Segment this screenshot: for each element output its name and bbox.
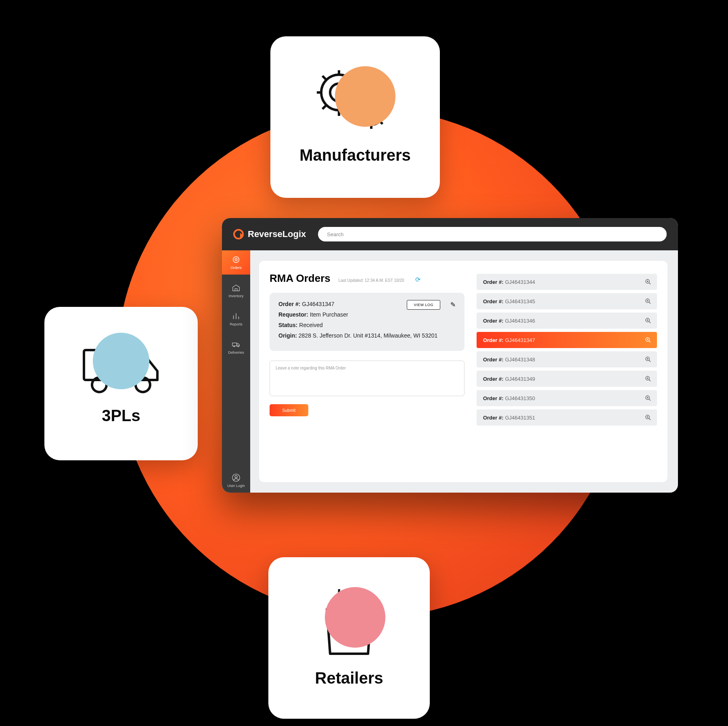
magnify-icon[interactable]: [645, 298, 651, 304]
order-row-label: Order #:: [483, 357, 504, 363]
order-row[interactable]: Order #: GJ46431350: [477, 390, 657, 406]
svg-line-47: [649, 360, 651, 362]
sidebar: Orders Inventory Reports Deliveries: [222, 250, 250, 493]
order-row-number: GJ46431349: [505, 376, 535, 382]
magnify-icon[interactable]: [645, 317, 651, 324]
svg-line-43: [649, 341, 651, 342]
last-updated: Last Updated: 12:34 A.M. EST 10/20: [339, 278, 404, 283]
brand-logo-icon: [233, 229, 244, 239]
refresh-icon[interactable]: ⟳: [415, 276, 420, 283]
status-label: Status:: [278, 322, 297, 328]
magnify-icon[interactable]: [645, 395, 651, 401]
note-placeholder: Leave a note regarding this RMA Order: [276, 366, 346, 370]
svg-line-35: [649, 302, 651, 304]
sidebar-item-reports[interactable]: Reports: [222, 307, 250, 331]
user-icon: [232, 473, 241, 482]
svg-line-51: [649, 380, 651, 381]
svg-point-24: [235, 258, 237, 261]
magnify-icon[interactable]: [645, 337, 651, 343]
card-accent-dot: [335, 66, 395, 127]
card-3pls: 3PLs: [44, 307, 198, 460]
card-accent-dot: [325, 587, 385, 648]
order-row-number: GJ46431351: [505, 415, 535, 421]
svg-line-39: [649, 321, 651, 323]
svg-line-9: [322, 76, 326, 80]
magnify-icon[interactable]: [645, 279, 651, 285]
order-row-label: Order #:: [483, 298, 504, 304]
inventory-icon: [232, 283, 241, 292]
sidebar-item-orders[interactable]: Orders: [222, 250, 250, 275]
requestor-value: Item Purchaser: [310, 311, 348, 318]
order-row[interactable]: Order #: GJ46431344: [477, 274, 657, 290]
order-value: GJ46431347: [302, 301, 334, 307]
svg-rect-25: [232, 343, 237, 346]
order-row[interactable]: Order #: GJ46431345: [477, 293, 657, 309]
search-placeholder: Search: [327, 231, 343, 237]
edit-icon[interactable]: ✎: [450, 301, 456, 308]
card-label: Retailers: [315, 669, 383, 687]
magnify-icon[interactable]: [645, 414, 651, 421]
sidebar-label: User Login: [227, 484, 245, 488]
order-row-label: Order #:: [483, 318, 504, 324]
origin-label: Origin:: [278, 332, 297, 339]
order-label: Order #:: [278, 301, 300, 307]
orders-icon: [232, 255, 241, 264]
status-value: Received: [299, 322, 322, 328]
order-row[interactable]: Order #: GJ46431348: [477, 351, 657, 367]
card-manufacturers: Manufacturers: [270, 36, 440, 198]
submit-button[interactable]: Submit: [270, 404, 308, 416]
brand-name: ReverseLogix: [248, 229, 306, 239]
card-accent-dot: [93, 333, 149, 389]
order-row-label: Order #:: [483, 279, 504, 285]
svg-point-26: [234, 346, 235, 347]
search-input[interactable]: Search: [318, 227, 667, 241]
order-row-label: Order #:: [483, 395, 504, 401]
order-row-label: Order #:: [483, 337, 504, 343]
card-retailers: Retailers: [268, 557, 430, 719]
magnify-icon[interactable]: [645, 356, 651, 363]
order-row-number: GJ46431348: [505, 357, 535, 363]
brand: ReverseLogix: [233, 229, 306, 239]
reports-icon: [232, 312, 241, 321]
app-window: ReverseLogix Search Orders Inventory Rep…: [222, 218, 678, 493]
card-label: Manufacturers: [299, 146, 411, 164]
magnify-icon[interactable]: [645, 376, 651, 382]
sidebar-label: Orders: [230, 266, 242, 270]
order-row-number: GJ46431344: [505, 279, 535, 285]
sidebar-label: Inventory: [228, 294, 243, 298]
svg-point-27: [238, 346, 239, 347]
sidebar-label: Deliveries: [228, 350, 244, 355]
order-row-number: GJ46431347: [505, 337, 535, 343]
page-title: RMA Orders: [270, 272, 331, 285]
content-panel: RMA Orders Last Updated: 12:34 A.M. EST …: [259, 261, 667, 482]
sidebar-item-user-login[interactable]: User Login: [222, 468, 250, 493]
order-row[interactable]: Order #: GJ46431346: [477, 313, 657, 329]
origin-value: 2828 S. Jefferson Dr. Unit #1314, Milwau…: [299, 332, 438, 339]
order-row-label: Order #:: [483, 415, 504, 421]
deliveries-icon: [232, 340, 241, 349]
svg-point-23: [233, 257, 239, 263]
order-row[interactable]: Order #: GJ46431349: [477, 371, 657, 387]
order-row-number: GJ46431350: [505, 395, 535, 401]
order-row-number: GJ46431345: [505, 298, 535, 304]
svg-point-29: [235, 475, 237, 478]
svg-line-31: [649, 283, 651, 284]
card-label: 3PLs: [102, 407, 140, 425]
sidebar-label: Reports: [230, 322, 243, 326]
sidebar-item-deliveries[interactable]: Deliveries: [222, 335, 250, 359]
topbar: ReverseLogix Search: [222, 218, 678, 250]
orders-list: Order #: GJ46431344Order #: GJ46431345Or…: [477, 274, 657, 471]
svg-line-59: [649, 418, 651, 420]
order-row[interactable]: Order #: GJ46431351: [477, 409, 657, 426]
order-detail-card: VIEW LOG ✎ Order #: GJ46431347 Requestor…: [270, 293, 464, 351]
order-row[interactable]: Order #: GJ46431347: [477, 332, 657, 348]
order-row-label: Order #:: [483, 376, 504, 382]
sidebar-item-inventory[interactable]: Inventory: [222, 279, 250, 303]
view-log-button[interactable]: VIEW LOG: [407, 300, 440, 310]
order-row-number: GJ46431346: [505, 318, 535, 324]
svg-line-7: [322, 105, 326, 109]
note-textarea[interactable]: Leave a note regarding this RMA Order: [270, 361, 464, 396]
requestor-label: Requestor:: [278, 311, 308, 318]
svg-line-55: [649, 399, 651, 401]
